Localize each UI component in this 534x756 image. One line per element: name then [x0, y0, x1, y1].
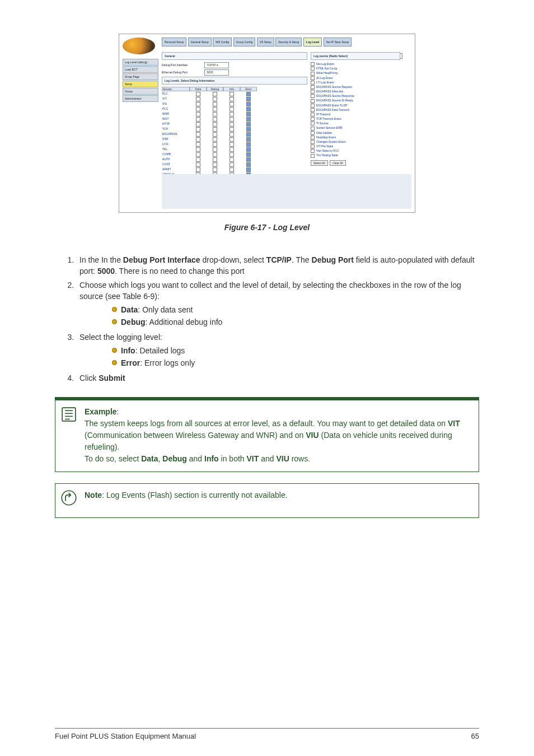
event-item[interactable]: ESCAPASS Event To DP — [311, 104, 400, 108]
log-checkbox[interactable] — [223, 152, 240, 157]
event-item[interactable]: ESCAPASS Source ID Ready — [311, 99, 400, 102]
tab-item[interactable]: WS Config — [213, 38, 232, 46]
log-checkbox[interactable] — [240, 102, 257, 106]
log-checkbox[interactable] — [190, 127, 207, 132]
log-checkbox[interactable] — [223, 132, 240, 137]
event-item[interactable]: Vter State by FCC — [311, 149, 400, 153]
log-checkbox[interactable] — [240, 97, 257, 101]
sidebar-item[interactable]: Log Level (debug) — [123, 59, 158, 66]
log-checkbox[interactable] — [240, 157, 257, 162]
log-checkbox[interactable] — [223, 142, 240, 147]
log-checkbox[interactable] — [240, 127, 257, 132]
tab-item[interactable]: Personal Setup — [162, 38, 186, 46]
debug-interface-select[interactable]: TCP/IP ▾ — [204, 62, 229, 68]
sidebar-item[interactable]: Setup — [123, 81, 158, 87]
clear-all-button[interactable]: Clear All — [330, 160, 346, 166]
log-checkbox[interactable] — [190, 147, 207, 152]
log-checkbox[interactable] — [223, 112, 240, 116]
log-checkbox[interactable] — [223, 102, 240, 106]
log-checkbox[interactable] — [240, 117, 257, 122]
tab-item[interactable]: General Setup — [188, 38, 212, 46]
event-item[interactable]: ESCAPASS Source Request — [311, 85, 400, 89]
event-item[interactable]: LTI Low Event — [311, 81, 400, 85]
log-checkbox[interactable] — [223, 97, 240, 101]
tab-item[interactable]: Group Config — [233, 38, 256, 46]
event-item[interactable]: ESCAPASS Source Response — [311, 94, 400, 98]
log-checkbox[interactable] — [207, 162, 223, 167]
log-checkbox[interactable] — [207, 97, 223, 101]
log-checkbox[interactable] — [190, 132, 207, 137]
log-checkbox[interactable] — [190, 137, 207, 142]
event-item[interactable]: IP Transmit — [311, 113, 400, 116]
log-checkbox[interactable] — [190, 122, 207, 127]
log-checkbox[interactable] — [207, 117, 223, 122]
event-item[interactable]: TCP Transmit Event — [311, 117, 400, 121]
log-checkbox[interactable] — [240, 152, 257, 157]
tab-item[interactable]: VS Setup — [257, 38, 274, 46]
log-checkbox[interactable] — [223, 127, 240, 132]
log-checkbox[interactable] — [190, 157, 207, 162]
log-checkbox[interactable] — [207, 167, 223, 172]
log-checkbox[interactable] — [207, 127, 223, 132]
log-checkbox[interactable] — [190, 152, 207, 157]
log-checkbox[interactable] — [207, 132, 223, 137]
event-item[interactable]: Write-HeadPump — [311, 71, 400, 75]
event-item[interactable]: HTML Not Comp — [311, 67, 400, 71]
event-item[interactable]: Socket Session ERR — [311, 126, 400, 130]
log-checkbox[interactable] — [223, 157, 240, 162]
log-checkbox[interactable] — [223, 162, 240, 167]
log-checkbox[interactable] — [207, 142, 223, 147]
debug-port-field[interactable]: 5000 — [204, 69, 229, 76]
log-checkbox[interactable] — [223, 167, 240, 172]
sidebar-item[interactable]: Scrap Page — [123, 73, 158, 80]
log-checkbox[interactable] — [240, 147, 257, 152]
sidebar-item[interactable]: Group — [123, 88, 158, 95]
event-item[interactable]: Tmt Testing State — [311, 153, 400, 157]
log-checkbox[interactable] — [240, 137, 257, 142]
log-checkbox[interactable] — [223, 117, 240, 122]
sidebar-item[interactable]: Administrator — [123, 95, 158, 102]
log-checkbox[interactable] — [240, 162, 257, 167]
log-checkbox[interactable] — [207, 152, 223, 157]
select-all-button[interactable]: Select All — [311, 160, 328, 166]
log-checkbox[interactable] — [223, 147, 240, 152]
log-checkbox[interactable] — [207, 102, 223, 106]
log-checkbox[interactable] — [190, 102, 207, 106]
sidebar-item[interactable]: Load BOT — [123, 66, 158, 73]
log-checkbox[interactable] — [190, 112, 207, 116]
log-checkbox[interactable] — [240, 132, 257, 137]
log-checkbox[interactable] — [190, 97, 207, 101]
log-checkbox[interactable] — [223, 107, 240, 111]
log-checkbox[interactable] — [240, 142, 257, 147]
log-checkbox[interactable] — [207, 112, 223, 116]
log-checkbox[interactable] — [207, 92, 223, 96]
log-checkbox[interactable] — [223, 122, 240, 127]
event-item[interactable]: ESCAPASS Data Transmit — [311, 108, 400, 112]
log-checkbox[interactable] — [240, 107, 257, 111]
log-checkbox[interactable] — [207, 137, 223, 142]
event-item[interactable]: Net Log Event — [311, 62, 400, 66]
log-checkbox[interactable] — [207, 157, 223, 162]
log-checkbox[interactable] — [190, 107, 207, 111]
log-checkbox[interactable] — [190, 167, 207, 172]
log-checkbox[interactable] — [223, 92, 240, 96]
log-checkbox[interactable] — [207, 122, 223, 127]
log-checkbox[interactable] — [240, 122, 257, 127]
log-checkbox[interactable] — [190, 162, 207, 167]
log-checkbox[interactable] — [207, 147, 223, 152]
tab-item[interactable]: Security & Setup — [275, 38, 302, 46]
log-checkbox[interactable] — [190, 117, 207, 122]
event-item[interactable]: All Log Event — [311, 76, 400, 80]
event-item[interactable]: ESCAPASS Data Ack — [311, 90, 400, 94]
event-item[interactable]: TI Source — [311, 122, 400, 125]
log-checkbox[interactable] — [190, 92, 207, 96]
tab-item[interactable]: Set IP Save Setup — [324, 38, 352, 46]
tab-item-active[interactable]: Log Level — [303, 38, 322, 46]
log-checkbox[interactable] — [190, 142, 207, 147]
event-item[interactable]: VIT Per-State — [311, 144, 400, 148]
event-item[interactable]: HeadApp Event — [311, 136, 400, 139]
log-checkbox[interactable] — [207, 107, 223, 111]
event-item[interactable]: Data Update — [311, 131, 400, 135]
log-checkbox[interactable] — [223, 137, 240, 142]
log-checkbox[interactable] — [240, 92, 257, 96]
